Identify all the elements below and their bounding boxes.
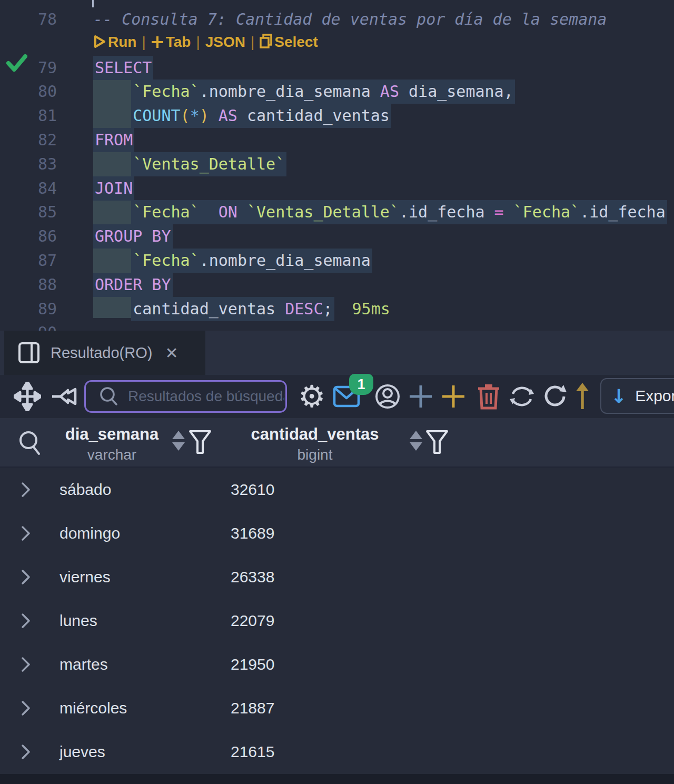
person-icon (374, 383, 401, 410)
results-tabstrip: Resultado(RO) ✕ (0, 331, 674, 375)
delete-row-button[interactable] (474, 375, 503, 418)
export-button[interactable]: ↓ Export (600, 378, 674, 414)
search-icon (98, 386, 120, 407)
line-number: 85 (0, 200, 57, 224)
code-line-89[interactable]: 89 cantidad_ventas DESC;95ms (0, 297, 674, 321)
code-line-84[interactable]: 84JOIN (0, 176, 674, 201)
filter-icon-cantidad-ventas[interactable] (425, 430, 449, 456)
cell-cantidad-ventas[interactable]: 26338 (231, 555, 274, 599)
cell-dia-semana[interactable]: domingo (60, 511, 120, 555)
code-line-80[interactable]: 80 `Fecha`.nombre_dia_semana AS dia_sema… (0, 80, 674, 104)
sort-asc-icon (410, 431, 422, 439)
line-number: 82 (0, 128, 57, 152)
row-expand-chevron-icon[interactable] (20, 700, 32, 717)
row-expand-chevron-icon[interactable] (20, 481, 32, 498)
column-header-cantidad-ventas[interactable]: cantidad_ventas bigint (236, 418, 394, 463)
codelens-separator: | (245, 34, 260, 50)
move-cross-icon (14, 382, 41, 411)
table-row[interactable]: viernes26338 (0, 555, 674, 599)
text-cursor (92, 0, 94, 7)
column-header-dia-semana[interactable]: dia_semana varchar (53, 418, 171, 463)
duplicate-row-button[interactable] (439, 375, 468, 418)
results-panel: Resultado(RO) ✕ (0, 331, 674, 784)
settings-button[interactable]: ⚙ (296, 375, 328, 418)
cell-cantidad-ventas[interactable]: 21887 (231, 686, 274, 730)
codelens-separator: | (136, 34, 151, 50)
table-row[interactable]: sábado32610 (0, 468, 674, 511)
line-number: 89 (0, 297, 57, 321)
split-view-icon (18, 342, 40, 364)
line-number: 78 (0, 7, 57, 32)
bottom-strip (0, 774, 674, 784)
column-type: varchar (53, 446, 171, 463)
results-toolbar: ⚙ 1 (0, 375, 674, 418)
sync-button[interactable] (507, 375, 537, 418)
tab-title: Resultado(RO) (51, 344, 152, 362)
sync-arrows-icon (509, 384, 535, 409)
code-line-85[interactable]: 85 `Fecha` ON `Ventas_Detalle`.id_fecha … (0, 200, 674, 224)
row-expand-chevron-icon[interactable] (20, 612, 32, 629)
line-number: 90 (0, 321, 57, 331)
cell-dia-semana[interactable]: viernes (60, 555, 111, 599)
tab-resultado[interactable]: Resultado(RO) ✕ (4, 331, 205, 375)
pin-panel-button[interactable] (49, 375, 82, 418)
move-panel-button[interactable] (11, 375, 44, 418)
grid-search-icon[interactable] (18, 430, 42, 457)
code-line-79[interactable]: 79SELECT (0, 56, 674, 80)
filter-icon-dia-semana[interactable] (189, 430, 212, 456)
column-type: bigint (236, 446, 394, 463)
notification-badge: 1 (349, 374, 373, 395)
execution-time: 95ms (352, 300, 390, 318)
codelens-row: Run|Tab|JSON|Select (93, 32, 318, 53)
codelens-action-tab[interactable]: Tab (151, 34, 191, 50)
cell-cantidad-ventas[interactable]: 21950 (231, 642, 274, 686)
table-row[interactable]: domingo31689 (0, 511, 674, 555)
code-line-83[interactable]: 83 `Ventas_Detalle` (0, 152, 674, 176)
cell-dia-semana[interactable]: martes (60, 642, 108, 686)
table-row[interactable]: martes21950 (0, 642, 674, 686)
grid-header: dia_semana varchar cantidad_ventas bigin… (0, 418, 674, 468)
cell-dia-semana[interactable]: lunes (60, 599, 97, 642)
codelens-action-run[interactable]: Run (93, 34, 136, 50)
code-line-81[interactable]: 81 COUNT(*) AS cantidad_ventas (0, 104, 674, 128)
search-input[interactable] (127, 388, 285, 405)
plus-slate-icon (409, 384, 433, 409)
up-arrow-icon (573, 383, 591, 410)
add-row-button[interactable] (407, 375, 435, 418)
sort-toggle-cantidad-ventas[interactable] (410, 431, 423, 455)
table-row[interactable]: miércoles21887 (0, 686, 674, 730)
line-number: 81 (0, 104, 57, 128)
cell-cantidad-ventas[interactable]: 22079 (231, 599, 274, 642)
code-line-88[interactable]: 88ORDER BY (0, 273, 674, 297)
sort-toggle-dia-semana[interactable] (172, 431, 186, 455)
plus-gold-icon (441, 384, 465, 409)
code-line-82[interactable]: 82FROM (0, 128, 674, 152)
sql-editor[interactable]: 78-- Consulta 7: Cantidad de ventas por … (0, 0, 674, 331)
row-expand-chevron-icon[interactable] (20, 569, 32, 585)
refresh-button[interactable] (540, 375, 570, 418)
code-line-78[interactable]: 78-- Consulta 7: Cantidad de ventas por … (0, 7, 674, 32)
sort-desc-icon (172, 442, 185, 451)
cell-cantidad-ventas[interactable]: 31689 (231, 511, 274, 555)
scroll-top-button[interactable] (571, 375, 594, 418)
cell-dia-semana[interactable]: miércoles (60, 686, 127, 730)
table-row[interactable]: jueves21615 (0, 730, 674, 773)
table-row[interactable]: lunes22079 (0, 599, 674, 642)
code-line-86[interactable]: 86GROUP BY (0, 224, 674, 249)
trash-icon (477, 383, 500, 410)
account-button[interactable] (372, 375, 403, 418)
cell-dia-semana[interactable]: jueves (60, 730, 105, 773)
codelens-action-json[interactable]: JSON (205, 34, 245, 50)
cell-cantidad-ventas[interactable]: 32610 (231, 468, 274, 511)
tab-close-icon[interactable]: ✕ (165, 344, 178, 362)
row-expand-chevron-icon[interactable] (20, 743, 32, 760)
row-expand-chevron-icon[interactable] (20, 525, 32, 542)
cell-cantidad-ventas[interactable]: 21615 (231, 730, 274, 773)
line-number: 86 (0, 224, 57, 249)
codelens-action-select[interactable]: Select (260, 34, 318, 50)
row-expand-chevron-icon[interactable] (20, 656, 32, 673)
code-line-90[interactable]: 90 (0, 321, 674, 331)
gear-icon: ⚙ (298, 381, 325, 412)
code-line-87[interactable]: 87 `Fecha`.nombre_dia_semana (0, 249, 674, 273)
cell-dia-semana[interactable]: sábado (60, 468, 111, 511)
